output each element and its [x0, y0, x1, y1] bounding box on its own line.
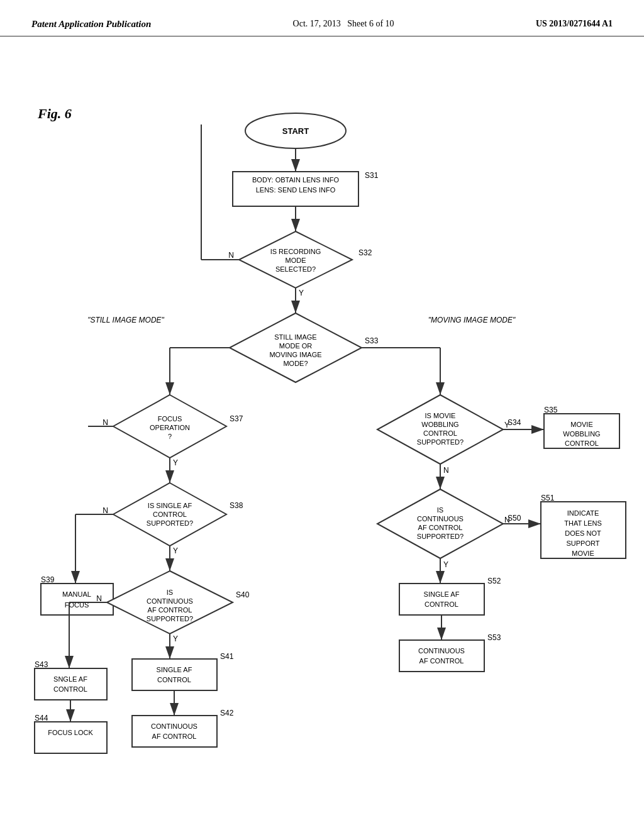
svg-rect-76	[35, 722, 107, 753]
svg-text:N: N	[103, 418, 108, 427]
svg-text:MODE: MODE	[286, 257, 306, 264]
svg-text:SINGLE AF: SINGLE AF	[424, 590, 460, 598]
svg-rect-112	[399, 584, 484, 615]
svg-text:N: N	[228, 251, 234, 260]
svg-text:CONTROL: CONTROL	[53, 685, 87, 693]
svg-text:AF CONTROL: AF CONTROL	[152, 733, 197, 740]
svg-text:SUPPORTED?: SUPPORTED?	[417, 438, 464, 446]
svg-text:WOBBLING: WOBBLING	[421, 421, 458, 428]
svg-text:SNGLE AF: SNGLE AF	[53, 675, 87, 683]
svg-text:SUPPORT: SUPPORT	[567, 540, 600, 547]
svg-text:BODY: OBTAIN LENS INFO: BODY: OBTAIN LENS INFO	[252, 176, 339, 184]
svg-text:MODE?: MODE?	[283, 360, 308, 367]
svg-text:SUPPORTED?: SUPPORTED?	[417, 533, 464, 540]
svg-text:S44: S44	[35, 714, 48, 722]
svg-text:SELECTED?: SELECTED?	[275, 265, 316, 273]
svg-text:IS MOVIE: IS MOVIE	[425, 412, 456, 419]
svg-text:CONTINUOUS: CONTINUOUS	[147, 597, 193, 605]
svg-text:S34: S34	[508, 418, 521, 427]
svg-text:CONTROL: CONTROL	[153, 511, 187, 518]
svg-text:S39: S39	[41, 575, 55, 584]
svg-text:Y: Y	[173, 546, 178, 555]
svg-text:OPERATION: OPERATION	[150, 424, 190, 431]
svg-text:Y: Y	[173, 634, 178, 643]
svg-text:IS: IS	[167, 589, 173, 596]
svg-text:AF CONTROL: AF CONTROL	[418, 524, 463, 531]
svg-text:N: N	[443, 466, 449, 475]
svg-text:S42: S42	[220, 709, 234, 717]
svg-text:WOBBLING: WOBBLING	[563, 430, 600, 438]
svg-text:MANUAL: MANUAL	[62, 590, 91, 598]
svg-text:CONTINUOUS: CONTINUOUS	[418, 647, 465, 655]
svg-text:"MOVING IMAGE MODE": "MOVING IMAGE MODE"	[428, 316, 516, 324]
svg-text:CONTROL: CONTROL	[425, 600, 458, 608]
svg-text:THAT LENS: THAT LENS	[564, 519, 602, 527]
svg-text:INDICATE: INDICATE	[567, 509, 599, 517]
svg-rect-65	[132, 716, 217, 747]
svg-text:S32: S32	[358, 248, 372, 257]
svg-rect-71	[35, 668, 107, 700]
svg-text:CONTINUOUS: CONTINUOUS	[417, 515, 464, 523]
svg-text:FOCUS LOCK: FOCUS LOCK	[48, 729, 93, 736]
header-publication: Patent Application Publication	[31, 19, 151, 30]
svg-text:CONTINUOUS: CONTINUOUS	[151, 722, 197, 730]
header-patent-number: US 2013/0271644 A1	[536, 19, 613, 29]
svg-text:S53: S53	[487, 633, 501, 642]
svg-text:SINGLE AF: SINGLE AF	[157, 666, 192, 673]
svg-text:AF CONTROL: AF CONTROL	[148, 606, 192, 614]
svg-text:IS RECORDING: IS RECORDING	[270, 248, 321, 255]
svg-text:MODE OR: MODE OR	[279, 342, 313, 350]
svg-text:S33: S33	[365, 336, 379, 345]
svg-text:?: ?	[168, 433, 172, 440]
svg-text:MOVIE: MOVIE	[570, 421, 592, 428]
svg-text:Y: Y	[299, 289, 304, 297]
svg-text:START: START	[282, 126, 309, 136]
diagram-area: Fig. 6 START BODY: OBTAIN LENS INFO LENS…	[0, 36, 644, 816]
svg-rect-46	[41, 584, 113, 615]
svg-text:S37: S37	[230, 414, 243, 423]
svg-text:DOES NOT: DOES NOT	[565, 529, 601, 537]
svg-text:S35: S35	[544, 406, 558, 414]
svg-text:LENS: SEND LENS INFO: LENS: SEND LENS INFO	[256, 186, 336, 194]
svg-text:MOVIE: MOVIE	[572, 550, 594, 557]
svg-text:CONTROL: CONTROL	[423, 429, 457, 437]
svg-text:IS: IS	[437, 506, 443, 514]
page-header: Patent Application Publication Oct. 17, …	[0, 0, 644, 36]
svg-text:S41: S41	[220, 652, 234, 661]
flowchart-svg: START BODY: OBTAIN LENS INFO LENS: SEND …	[0, 36, 644, 816]
svg-text:S52: S52	[487, 577, 501, 585]
svg-text:CONTROL: CONTROL	[565, 440, 599, 447]
svg-text:N: N	[504, 516, 510, 524]
svg-rect-117	[399, 640, 484, 672]
svg-text:S38: S38	[230, 501, 243, 510]
svg-text:MOVING IMAGE: MOVING IMAGE	[269, 351, 321, 358]
svg-text:N: N	[103, 506, 108, 515]
svg-text:"STILL IMAGE MODE": "STILL IMAGE MODE"	[87, 316, 164, 324]
svg-text:Y: Y	[173, 458, 178, 467]
svg-text:S51: S51	[541, 494, 555, 502]
svg-text:SUPPORTED?: SUPPORTED?	[147, 615, 193, 622]
svg-text:CONTROL: CONTROL	[157, 676, 191, 683]
svg-text:AF CONTROL: AF CONTROL	[419, 657, 464, 665]
svg-text:Y: Y	[443, 560, 448, 569]
svg-text:N: N	[96, 594, 102, 603]
svg-text:STILL IMAGE: STILL IMAGE	[274, 333, 316, 341]
svg-text:SUPPORTED?: SUPPORTED?	[147, 519, 193, 527]
svg-text:S40: S40	[236, 590, 250, 599]
header-date-sheet: Oct. 17, 2013 Sheet 6 of 10	[293, 19, 394, 29]
svg-rect-60	[132, 659, 217, 690]
svg-text:Y: Y	[504, 421, 509, 429]
svg-text:IS SINGLE AF: IS SINGLE AF	[148, 502, 192, 509]
svg-text:S43: S43	[35, 660, 48, 669]
svg-text:FOCUS: FOCUS	[158, 415, 182, 423]
svg-text:S31: S31	[365, 171, 379, 180]
